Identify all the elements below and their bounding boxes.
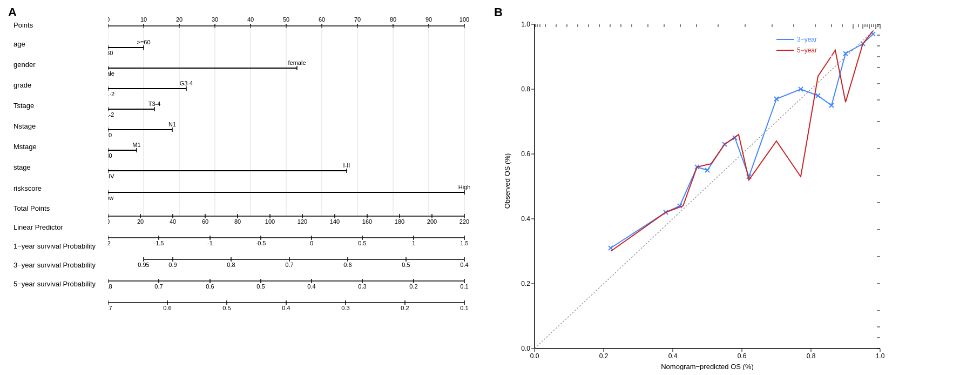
svg-text:10: 10 [140,16,147,23]
svg-text:0: 0 [310,240,313,246]
svg-text:0.4: 0.4 [521,215,530,223]
svg-text:0.0: 0.0 [521,345,530,352]
label-age: age [13,34,108,54]
svg-text:1.5: 1.5 [460,240,468,246]
svg-text:0.2: 0.2 [409,283,417,290]
svg-text:20: 20 [137,218,144,225]
svg-text:M1: M1 [132,142,140,148]
svg-text:0.4: 0.4 [307,283,315,290]
svg-text:180: 180 [395,218,404,225]
panel-b: B 0.0 0.2 0.4 0.6 [478,5,972,370]
svg-text:60: 60 [319,16,325,23]
legend-3year: 3−year [797,36,817,43]
svg-text:140: 140 [330,218,340,225]
nomogram-area: Points age gender grade Tstage Nstage Ms… [13,16,478,320]
x-axis-label: Nomogram−predicted OS (%) [661,363,754,370]
svg-text:0.2: 0.2 [599,352,609,360]
label-grade: grade [13,75,108,95]
label-stage: stage [13,157,108,177]
svg-text:0.8: 0.8 [227,262,235,268]
svg-text:0.8: 0.8 [108,283,112,290]
svg-text:80: 80 [234,218,241,225]
main-container: A Points age gender grade Tstage Nstage … [0,0,980,375]
svg-text:0.4: 0.4 [668,352,678,360]
svg-text:0.5: 0.5 [256,283,265,290]
svg-text:T1-2: T1-2 [108,111,114,118]
svg-text:40: 40 [170,218,176,225]
svg-text:G1-2: G1-2 [108,91,114,97]
label-nstage: Nstage [13,116,108,136]
svg-text:0.9: 0.9 [168,262,177,268]
svg-text:0.6: 0.6 [343,262,352,268]
calibration-plot-svg: 0.0 0.2 0.4 0.6 0.8 1.0 0.0 0.2 [502,14,891,370]
svg-text:0.7: 0.7 [285,262,293,268]
charts-area: 0 10 20 30 40 50 60 70 [108,16,478,320]
svg-text:0.5: 0.5 [222,305,231,311]
svg-text:20: 20 [176,16,183,23]
svg-text:120: 120 [298,218,307,225]
svg-text:female: female [288,59,306,66]
panel-a-label: A [8,5,17,19]
svg-text:0.6: 0.6 [206,283,214,290]
svg-text:0.5: 0.5 [358,240,366,246]
svg-text:1.0: 1.0 [876,352,885,360]
svg-text:0.1: 0.1 [460,305,468,311]
svg-text:<60: <60 [108,50,113,56]
svg-text:80: 80 [390,16,396,23]
svg-text:0.4: 0.4 [460,262,468,268]
svg-text:-2: -2 [108,240,111,246]
legend-5year: 5−year [797,46,817,54]
svg-text:30: 30 [212,16,218,23]
svg-text:-1: -1 [207,240,213,246]
svg-text:G3-4: G3-4 [180,80,193,86]
svg-text:100: 100 [265,218,275,225]
svg-text:0.2: 0.2 [401,305,409,311]
label-points: Points [13,16,108,34]
panel-a: A Points age gender grade Tstage Nstage … [8,5,478,370]
svg-text:Low: Low [108,195,113,201]
svg-text:0.0: 0.0 [530,352,539,360]
label-mstage: Mstage [13,136,108,157]
svg-text:0.8: 0.8 [807,352,816,360]
label-linear-predictor: Linear Predictor [13,218,108,237]
svg-text:0.6: 0.6 [521,150,530,158]
svg-text:0.4: 0.4 [282,305,290,311]
label-gender: gender [13,54,108,75]
svg-text:0.8: 0.8 [521,85,530,93]
svg-text:220: 220 [459,218,469,225]
svg-text:0.95: 0.95 [138,262,149,268]
svg-text:200: 200 [427,218,437,225]
svg-text:T3-4: T3-4 [148,101,161,107]
row-labels: Points age gender grade Tstage Nstage Ms… [13,16,108,320]
svg-text:M0: M0 [108,152,112,159]
label-3year: 3−year survival Probability [13,256,108,274]
svg-text:0.6: 0.6 [163,305,171,311]
svg-text:>=60: >=60 [137,39,150,45]
svg-text:High: High [458,184,470,190]
label-total-points: Total Points [13,199,108,218]
panel-b-label: B [494,5,503,19]
svg-text:I-II: I-II [343,162,350,169]
svg-text:1: 1 [412,240,415,246]
svg-text:male: male [108,70,114,77]
label-5year-surv: 5−year survival Probability [13,274,108,293]
svg-text:III-IV: III-IV [108,173,114,179]
svg-text:0: 0 [108,16,110,23]
svg-text:0.2: 0.2 [521,280,530,287]
svg-text:160: 160 [362,218,372,225]
svg-text:-0.5: -0.5 [256,240,266,246]
svg-text:0.7: 0.7 [108,305,112,311]
svg-text:0.6: 0.6 [738,352,747,360]
svg-text:70: 70 [354,16,361,23]
svg-text:N1: N1 [168,121,176,128]
label-tstage: Tstage [13,95,108,116]
svg-text:40: 40 [247,16,254,23]
y-axis-label: Observed OS (%) [503,153,511,209]
svg-text:0.7: 0.7 [154,283,163,290]
svg-text:1.0: 1.0 [521,21,530,28]
svg-text:0.1: 0.1 [460,283,468,290]
svg-text:0: 0 [108,218,110,225]
svg-text:N0: N0 [108,132,112,138]
svg-text:0.3: 0.3 [358,283,366,290]
svg-text:-1.5: -1.5 [154,240,164,246]
